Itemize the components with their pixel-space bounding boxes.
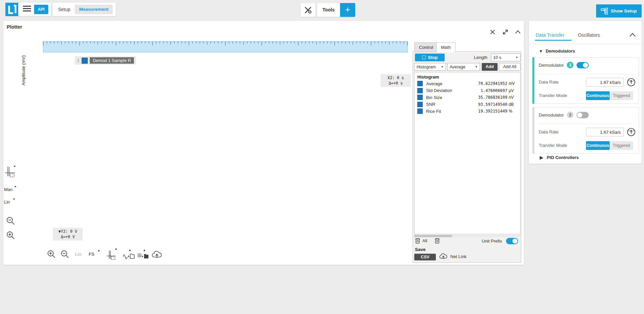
- show-setup-button[interactable]: Show Setup: [596, 4, 642, 18]
- stat-unit: µV: [509, 88, 517, 93]
- demodulators-section-header[interactable]: ▾ Demodulators: [540, 49, 575, 54]
- delete-selected-button[interactable]: [435, 238, 440, 245]
- length-select[interactable]: 10 s ▼: [491, 54, 521, 61]
- stat-color-swatch[interactable]: [417, 81, 423, 86]
- operation-select[interactable]: Average ▼: [447, 63, 480, 71]
- stop-button[interactable]: Stop: [415, 54, 445, 61]
- unit-prefix-label: Unit Prefix: [482, 239, 502, 244]
- dial-gauge-icon: [626, 127, 636, 137]
- stat-unit: %: [509, 109, 517, 114]
- axis-scale-tool-button[interactable]: ▸: [5, 166, 16, 179]
- labone-logo[interactable]: [5, 3, 19, 16]
- manual-scale-button[interactable]: Man ▸: [4, 187, 12, 192]
- net-link-upload-button[interactable]: [151, 250, 163, 261]
- card-accent-bar: [532, 57, 534, 104]
- tab-oscillators[interactable]: Oscillators: [578, 32, 600, 38]
- demodulator-number-badge: 2: [567, 112, 573, 118]
- stat-label: SNR: [426, 102, 466, 107]
- hamburger-menu-icon[interactable]: [23, 6, 31, 13]
- tools-label: Tools: [317, 3, 340, 17]
- expand-icon: [502, 29, 509, 35]
- flyout-arrow-icon: ▲: [97, 249, 100, 252]
- zoom-in-x-button[interactable]: [46, 249, 56, 261]
- dial-gauge-icon: [626, 77, 636, 87]
- x-linear-scale-button[interactable]: Lin: [75, 252, 82, 257]
- full-scale-button[interactable]: FS ▲: [89, 252, 94, 257]
- labone-logo-icon: [5, 3, 19, 16]
- x-cursor-readout[interactable]: X2: 0 s Δ=+0 s: [381, 74, 411, 87]
- auto-rate-button[interactable]: [626, 77, 636, 88]
- stat-label: Bin Size: [426, 95, 466, 100]
- pid-controllers-section-header[interactable]: ▶ PID Controllers: [540, 155, 579, 160]
- mode-triggered-button[interactable]: Triggered: [610, 91, 633, 100]
- y-cursor-readout[interactable]: ▼Y2: 0 V Δ=+0 V: [53, 228, 83, 241]
- stat-color-swatch[interactable]: [417, 108, 423, 114]
- cloud-upload-icon: [151, 250, 163, 259]
- save-waveform-button[interactable]: ▲: [122, 251, 135, 261]
- tab-math[interactable]: Math: [436, 42, 455, 52]
- mode-continuous-button[interactable]: Continuous: [586, 91, 610, 100]
- plot-canvas[interactable]: [19, 39, 412, 258]
- unit-prefix-toggle[interactable]: [506, 238, 518, 244]
- stat-color-swatch[interactable]: [417, 95, 423, 100]
- triangle-right-icon: ▶: [540, 155, 545, 160]
- add-all-button[interactable]: Add All: [499, 63, 521, 71]
- legend-drag-handle-icon[interactable]: ▲▼: [77, 58, 80, 63]
- api-button[interactable]: API: [34, 5, 48, 14]
- delete-all-button[interactable]: All: [415, 238, 427, 244]
- plotter-collapse-button[interactable]: [514, 30, 521, 36]
- stat-label: Average: [426, 81, 466, 86]
- add-button[interactable]: Add: [482, 63, 498, 71]
- mode-continuous-button[interactable]: Continuous: [586, 141, 610, 150]
- stat-value: 35.786836109: [466, 95, 507, 100]
- triangle-down-icon: ▾: [540, 49, 544, 54]
- signal-select[interactable]: Histogram ▼: [414, 63, 446, 71]
- auto-rate-button[interactable]: [626, 127, 636, 138]
- flyout-arrow-icon: ▲: [143, 249, 146, 252]
- chevron-up-icon: [514, 30, 521, 34]
- stat-row: Bin Size 35.786836109 nV: [415, 94, 520, 101]
- chevron-up-icon: [629, 32, 636, 37]
- trash-icon: [415, 238, 420, 244]
- data-rate-input[interactable]: 1.67 kSa/s: [586, 78, 624, 87]
- zoom-in-y-button[interactable]: [5, 230, 16, 242]
- stat-label: Std Deviation: [426, 88, 466, 93]
- tab-measurement[interactable]: Measurement: [75, 5, 113, 14]
- stat-color-swatch[interactable]: [417, 102, 423, 107]
- demodulator-enable-toggle[interactable]: [577, 112, 589, 118]
- x-axis-tool-button[interactable]: ▲: [107, 250, 117, 261]
- legend-color-swatch[interactable]: [82, 58, 88, 64]
- data-rate-label: Data Rate: [539, 78, 559, 87]
- stat-color-swatch[interactable]: [417, 88, 423, 93]
- zoom-out-x-button[interactable]: [60, 249, 70, 261]
- panel-collapse-button[interactable]: [629, 32, 636, 39]
- transfer-mode-segmented: Continuous Triggered: [586, 91, 633, 100]
- flyout-arrow-icon: ▸: [15, 185, 17, 188]
- plotter-close-button[interactable]: [489, 29, 496, 35]
- plot-legend[interactable]: ▲▼ Demod 1 Sample R: [75, 56, 136, 65]
- layout-icon: [601, 8, 608, 14]
- demodulator-enable-toggle[interactable]: [577, 62, 589, 68]
- net-link-button[interactable]: Net Link: [439, 253, 467, 260]
- plotter-expand-button[interactable]: [502, 29, 509, 35]
- data-rate-input[interactable]: 1.67 kSa/s: [586, 128, 624, 136]
- csv-button[interactable]: CSV: [414, 254, 436, 260]
- zoom-out-icon: [5, 216, 16, 226]
- tab-data-transfer[interactable]: Data Transfer: [536, 32, 564, 38]
- demodulator-1-card: Demodulator 1 Data Rate 1.67 kSa/s Trans…: [532, 57, 639, 104]
- stat-row: Average 70.622941952 mV: [415, 80, 520, 87]
- save-data-button[interactable]: ▲: [137, 251, 149, 261]
- stats-hscrollbar-thumb[interactable]: [414, 235, 452, 237]
- zoom-in-icon: [46, 249, 56, 259]
- data-rate-label: Data Rate: [539, 128, 559, 136]
- demodulator-label: Demodulator: [539, 63, 564, 68]
- tools-icon-button[interactable]: [301, 3, 315, 17]
- tab-control[interactable]: Control: [414, 42, 438, 52]
- close-icon: [489, 29, 496, 35]
- zoom-out-y-button[interactable]: [5, 216, 16, 227]
- chevron-down-icon: ▼: [475, 65, 478, 68]
- tab-setup[interactable]: Setup: [58, 7, 71, 12]
- linear-scale-button[interactable]: Lin ▸: [4, 199, 10, 205]
- add-tool-button[interactable]: +: [340, 3, 355, 17]
- mode-triggered-button[interactable]: Triggered: [610, 141, 633, 150]
